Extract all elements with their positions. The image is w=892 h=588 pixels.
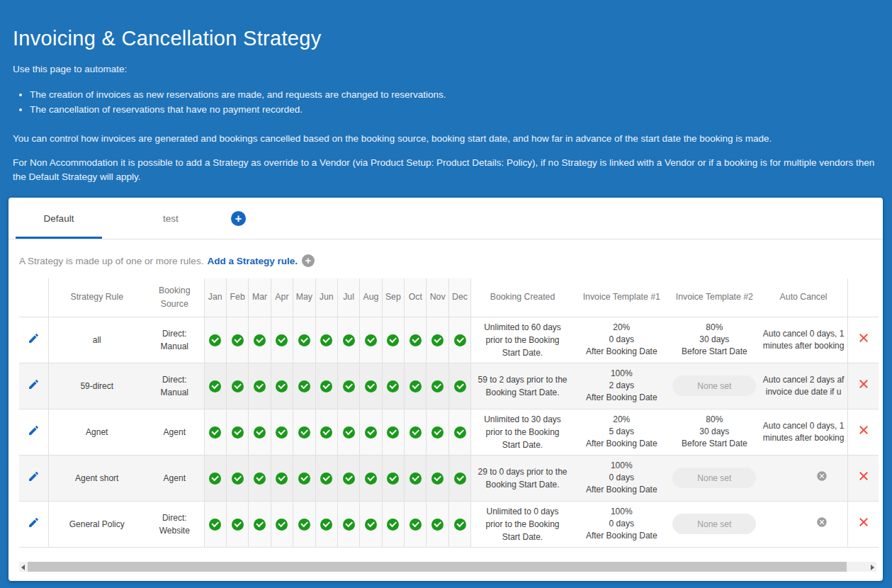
edit-rule-button[interactable] [28, 470, 40, 485]
check-circle-icon [209, 380, 221, 392]
bullet-item: The cancellation of reservations that ha… [30, 102, 876, 118]
none-set-button[interactable]: None set [672, 514, 756, 534]
booking-source: Agent [145, 409, 204, 455]
invoice1-percent: 20% [577, 322, 667, 334]
invoice2-basis: Before Start Date [672, 438, 757, 450]
delete-rule-button[interactable] [857, 424, 870, 439]
check-circle-icon [232, 519, 244, 531]
check-circle-icon [320, 519, 332, 531]
check-circle-icon [343, 426, 355, 439]
col-header-month: Feb [226, 278, 248, 317]
add-strategy-rule-button[interactable]: + [302, 254, 315, 267]
booking-created-cell: Unlimited to 60 days prior to the Bookin… [471, 317, 574, 363]
edit-rule-button[interactable] [28, 378, 40, 392]
invoice-template-1-cell: 100% 2 days After Booking Date [574, 363, 670, 409]
intro-text: Use this page to automate: [13, 62, 876, 77]
check-circle-icon [454, 334, 466, 346]
auto-cancel-cell [760, 501, 848, 547]
check-circle-icon [276, 519, 288, 531]
check-circle-icon [298, 380, 310, 392]
check-circle-icon [209, 426, 221, 439]
invoice1-days: 5 days [577, 426, 667, 438]
strategy-rules-table: Strategy Rule Booking Source Jan Feb Mar… [19, 278, 879, 548]
plus-icon: + [305, 255, 311, 266]
scroll-right-arrow[interactable] [868, 562, 876, 572]
invoice-template-1-cell: 20% 5 days After Booking Date [574, 409, 670, 455]
booking-created-cell: 29 to 0 days prior to the Booking Start … [471, 455, 574, 501]
scroll-left-arrow[interactable] [19, 562, 28, 572]
col-header-month: Jan [204, 278, 226, 317]
invoice-template-1-cell: 100% 0 days After Booking Date [574, 501, 670, 547]
check-circle-icon [365, 334, 377, 346]
table-body: allDirect: ManualUnlimited to 60 days pr… [19, 317, 879, 547]
check-circle-icon [410, 473, 422, 485]
check-circle-icon [209, 473, 221, 485]
delete-rule-button[interactable] [857, 516, 870, 531]
invoice1-basis: After Booking Date [577, 392, 667, 404]
edit-rule-button[interactable] [28, 424, 40, 439]
booking-source: Direct: Website [145, 501, 204, 547]
strategy-rule-name: 59-direct [48, 363, 145, 409]
edit-rule-button[interactable] [28, 332, 40, 346]
description-paragraph: You can control how invoices are generat… [13, 132, 876, 146]
auto-cancel-line: minutes after booking [762, 340, 845, 352]
none-set-button[interactable]: None set [672, 375, 756, 396]
check-circle-icon [410, 380, 422, 392]
tab-label: test [163, 213, 179, 224]
auto-cancel-line: Auto cancel 0 days, 1 [762, 420, 845, 432]
invoice1-basis: After Booking Date [577, 530, 667, 542]
col-header-booking-created: Booking Created [471, 278, 574, 317]
col-header-invoice-template-2: Invoice Template #2 [670, 278, 760, 317]
auto-cancel-cell: Auto cancel 2 days af invoice due date i… [760, 363, 848, 409]
check-circle-icon [209, 519, 221, 531]
cancel-circle-icon [816, 470, 828, 482]
check-circle-icon [454, 519, 466, 531]
check-circle-icon [454, 380, 466, 392]
strategy-rule-row: General PolicyDirect: WebsiteUnlimited t… [19, 501, 879, 547]
strategy-rule-row: 59-directDirect: Manual59 to 2 days prio… [19, 363, 879, 409]
col-header-month: Sep [382, 278, 404, 317]
rules-intro-text: A Strategy is made up of one or more rul… [19, 256, 203, 266]
strategy-rule-name: General Policy [48, 501, 145, 547]
tab-test[interactable]: test [128, 198, 214, 239]
invoice1-days: 2 days [577, 380, 667, 392]
invoice2-basis: Before Start Date [672, 346, 757, 358]
delete-column-header [848, 278, 879, 317]
check-circle-icon [365, 473, 377, 485]
check-circle-icon [209, 334, 221, 346]
edit-rule-button[interactable] [28, 516, 40, 531]
delete-rule-button[interactable] [857, 378, 870, 392]
invoice-template-2-cell: 80% 30 days Before Start Date [670, 409, 760, 455]
tab-default[interactable]: Default [16, 198, 102, 239]
strategy-rule-row: AgnetAgentUnlimited to 30 days prior to … [19, 409, 879, 455]
check-circle-icon [343, 519, 355, 531]
invoice2-percent: 80% [672, 414, 757, 426]
horizontal-scrollbar [19, 562, 876, 572]
invoice-template-2-cell: None set [670, 363, 760, 409]
check-circle-icon [320, 426, 332, 439]
none-set-button[interactable]: None set [672, 468, 756, 488]
col-header-month: Apr [271, 278, 293, 317]
check-circle-icon [365, 380, 377, 392]
description-paragraph: For Non Accommodation it is possible to … [13, 156, 876, 183]
booking-source: Direct: Manual [145, 363, 204, 409]
invoice1-percent: 100% [577, 506, 667, 518]
check-circle-icon [232, 334, 244, 346]
col-header-month: Aug [360, 278, 382, 317]
invoice2-percent: 80% [672, 322, 757, 334]
bullet-item: The creation of invoices as new reservat… [30, 87, 876, 103]
invoice1-days: 0 days [577, 518, 667, 530]
page-header: Invoicing & Cancellation Strategy Use th… [0, 0, 892, 183]
add-tab-button[interactable]: + [231, 211, 246, 226]
scrollbar-thumb[interactable] [28, 562, 847, 572]
check-circle-icon [254, 519, 266, 531]
auto-cancel-line: Auto cancel 2 days af [762, 374, 845, 386]
check-circle-icon [320, 380, 332, 392]
add-strategy-rule-link[interactable]: Add a Strategy rule. [207, 256, 298, 266]
delete-x-icon [857, 470, 870, 482]
auto-cancel-line: minutes after booking [762, 432, 845, 444]
check-circle-icon [343, 473, 355, 485]
delete-rule-button[interactable] [857, 470, 870, 485]
invoice1-percent: 100% [577, 368, 667, 380]
delete-rule-button[interactable] [857, 332, 870, 346]
